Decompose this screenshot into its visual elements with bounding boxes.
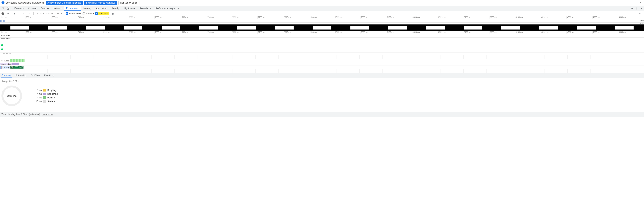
match-language-button[interactable]: Always match Chrome's language <box>46 1 83 5</box>
tab-performance-insights[interactable]: Performance insights⚗ <box>153 6 181 11</box>
filmstrip-frame[interactable] <box>39 25 76 31</box>
info-icon: i <box>2 1 4 4</box>
details-tab-call-tree[interactable]: Call Tree <box>30 73 40 78</box>
tab-sources[interactable]: Sources <box>38 6 51 11</box>
close-devtools-icon[interactable]: ✕ <box>640 6 644 11</box>
device-toolbar-icon[interactable] <box>6 6 10 11</box>
filmstrip-frame[interactable] <box>228 25 265 31</box>
record-button[interactable] <box>2 12 4 15</box>
frames-bars <box>10 59 25 62</box>
capture-settings-gear-icon[interactable]: ⚙ <box>638 12 642 16</box>
clear-icon[interactable]: ⊘ <box>12 12 16 16</box>
filmstrip-frame[interactable] <box>266 25 303 31</box>
legend-row: 10 msSystem <box>33 100 58 103</box>
ruler-tick: 3399 ms <box>412 31 438 34</box>
ruler-tick: 1199 ms <box>129 31 154 34</box>
webvitals-checkbox[interactable] <box>95 12 98 15</box>
tab-network[interactable]: Network <box>51 6 64 11</box>
main-thread-lane[interactable] <box>0 69 644 73</box>
ruler-tick: 1199 ms <box>129 16 154 19</box>
filmstrip-frame[interactable] <box>114 25 152 31</box>
upload-icon[interactable]: ⬆ <box>21 12 25 16</box>
download-icon[interactable]: ⬇ <box>27 12 31 16</box>
fp-badge[interactable]: FP <box>10 66 14 69</box>
webvitals-checkbox-label[interactable]: Web Vitals <box>95 12 110 15</box>
ruler-tick: 3799 ms <box>464 16 490 19</box>
footer-bar: Total blocking time: 0.00ms (estimated) … <box>0 112 644 117</box>
settings-gear-icon[interactable]: ⚙ <box>630 6 634 11</box>
learn-more-link[interactable]: Learn more <box>42 113 53 116</box>
ruler-tick: 399 ms <box>26 31 52 34</box>
webvitals-marker[interactable] <box>1 44 3 46</box>
dont-show-again-button[interactable]: Don't show again <box>118 1 140 5</box>
details-tab-bottom-up[interactable]: Bottom-Up <box>15 73 27 78</box>
timeline-ruler[interactable]: 199 ms399 ms599 ms799 ms999 ms1199 ms139… <box>0 31 644 34</box>
long-tasks-lane[interactable] <box>0 55 644 59</box>
frames-track-label: Frames <box>2 60 9 62</box>
screenshots-label: Screenshots <box>69 12 82 15</box>
close-icon[interactable]: × <box>638 1 642 5</box>
switch-language-button[interactable]: Switch DevTools to Japanese <box>84 1 117 5</box>
screenshots-checkbox-label[interactable]: Screenshots <box>66 12 82 15</box>
filmstrip-frame[interactable] <box>379 25 416 31</box>
fcp-badge[interactable]: FCP <box>14 66 19 69</box>
legend-swatch <box>43 89 46 91</box>
filmstrip-frame[interactable] <box>606 25 643 31</box>
tab-application[interactable]: Application <box>94 6 109 11</box>
cpu-overview[interactable]: CPU <box>0 19 644 23</box>
filmstrip-frame[interactable] <box>568 25 605 31</box>
ruler-tick: 1799 ms <box>206 16 232 19</box>
tab-memory[interactable]: Memory <box>81 6 94 11</box>
details-tab-event-log[interactable]: Event Log <box>44 73 55 78</box>
infobar-message: DevTools is now available in Japanese! <box>6 2 44 4</box>
net-overview[interactable]: NET <box>0 23 644 25</box>
svg-rect-2 <box>8 8 9 10</box>
reload-record-icon[interactable]: ⟳ <box>6 12 10 16</box>
filmstrip-frame[interactable] <box>1 25 38 31</box>
ruler-tick: 2599 ms <box>309 31 335 34</box>
tab-security[interactable]: Security <box>109 6 122 11</box>
memory-checkbox[interactable] <box>82 12 85 15</box>
disclosure-icon[interactable]: ▶ <box>1 63 2 65</box>
inspect-element-icon[interactable] <box>1 6 5 11</box>
tab-performance[interactable]: Performance <box>64 6 81 11</box>
filmstrip-frame[interactable] <box>416 25 454 31</box>
screenshots-checkbox[interactable] <box>66 12 68 15</box>
filmstrip-frame[interactable] <box>190 25 228 31</box>
tab-lighthouse[interactable]: Lighthouse <box>122 6 137 11</box>
ruler-tick: 999 ms <box>103 31 129 34</box>
filmstrip-frame[interactable] <box>76 25 114 31</box>
overview-ruler[interactable]: 199 ms399 ms599 ms799 ms999 ms1199 ms139… <box>0 16 644 19</box>
disclosure-icon[interactable]: ▶ <box>1 35 2 36</box>
ruler-tick: 2199 ms <box>258 16 283 19</box>
filmstrip-frame[interactable] <box>341 25 378 31</box>
frames-track[interactable]: ▶Frames <box>0 59 644 62</box>
recording-select[interactable]: 7-create.com #1 <box>36 12 60 15</box>
summary-legend: 0 msScripting4 msRendering4 msPainting10… <box>33 89 58 103</box>
tab-recorder[interactable]: Recorder⚗ <box>137 6 153 11</box>
tab-elements[interactable]: Elements <box>12 6 26 11</box>
network-track[interactable]: ▶Network <box>0 34 644 38</box>
ruler-tick: 599 ms <box>52 16 77 19</box>
ruler-tick: 3999 ms <box>490 31 515 34</box>
webvitals-marker[interactable] <box>1 48 3 50</box>
lcp-badge[interactable]: LCP <box>19 66 24 69</box>
filmstrip-frame[interactable] <box>152 25 190 31</box>
filmstrip-frame[interactable] <box>492 25 530 31</box>
ruler-tick: 2399 ms <box>283 31 309 34</box>
filmstrip-frame[interactable] <box>530 25 568 31</box>
screenshots-filmstrip[interactable] <box>0 25 644 31</box>
legend-label: System <box>47 100 55 103</box>
memory-checkbox-label[interactable]: Memory <box>82 12 94 15</box>
ruler-tick: 3599 ms <box>438 31 464 34</box>
filmstrip-frame[interactable] <box>454 25 492 31</box>
tab-console[interactable]: Console <box>26 6 38 11</box>
trash-icon[interactable]: 🗑 <box>111 12 115 16</box>
animation-track[interactable]: ▶Animation <box>0 62 644 66</box>
disclosure-icon[interactable]: ▶ <box>1 60 2 62</box>
webvitals-lane[interactable] <box>0 41 644 52</box>
details-tab-summary[interactable]: Summary <box>1 73 12 78</box>
more-menu-icon[interactable]: ⋮ <box>635 6 639 11</box>
filmstrip-frame[interactable] <box>303 25 341 31</box>
timings-track[interactable]: Timings FP FCP LCP <box>0 66 644 69</box>
